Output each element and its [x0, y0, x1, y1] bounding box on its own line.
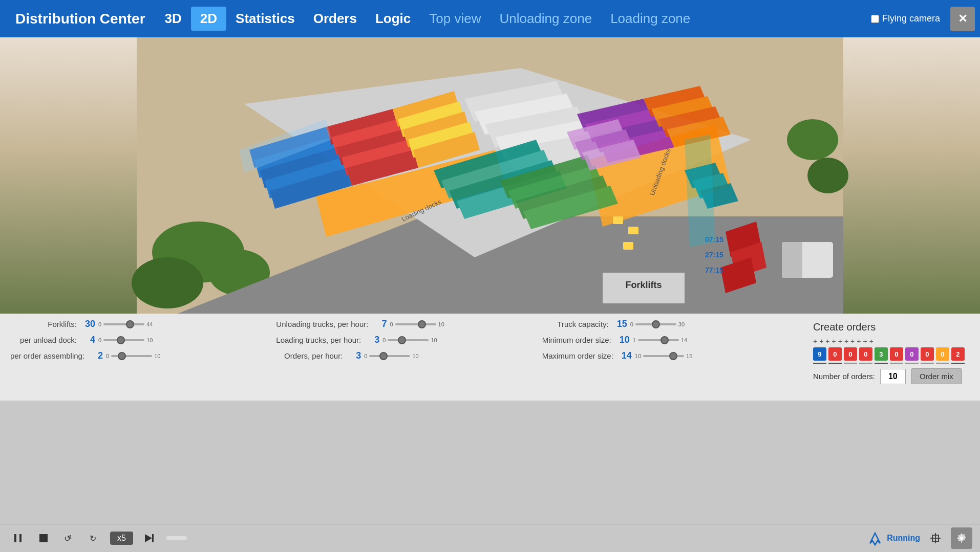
plus-6[interactable]: +: [844, 337, 848, 345]
stop-icon: [38, 533, 49, 544]
flying-camera-checkbox[interactable]: [871, 15, 879, 23]
num-orders-input[interactable]: [880, 369, 906, 384]
speed-button[interactable]: x5: [110, 532, 133, 545]
min-order-slider-container: 1 14: [633, 337, 687, 343]
unloading-trucks-control: Unloading trucks, per hour: 7 0 10: [276, 319, 542, 329]
order-color-box-7[interactable]: 0: [905, 347, 919, 361]
plus-9[interactable]: +: [863, 337, 867, 345]
max-order-value: 14: [616, 350, 632, 361]
minus-dash-4: [859, 363, 872, 364]
unloading-trucks-slider-container: 0 10: [390, 321, 444, 327]
order-color-box-9[interactable]: 0: [936, 347, 949, 361]
plus-10[interactable]: +: [869, 337, 874, 345]
plus-4[interactable]: +: [832, 337, 836, 345]
minus-line-5: [875, 363, 888, 364]
forward-button[interactable]: [138, 528, 159, 548]
per-unload-control: per unload dock: 4 0 10: [10, 335, 276, 345]
per-order-control: per order assembling: 2 0 10: [10, 350, 276, 361]
settings-button[interactable]: [951, 527, 972, 549]
btn-loading[interactable]: Loading zone: [601, 11, 699, 27]
order-minus-row: [813, 363, 965, 364]
crosshair-button[interactable]: [925, 528, 946, 548]
per-order-label: per order assembling:: [10, 351, 84, 360]
max-order-slider-container: 10 15: [635, 353, 693, 359]
plus-8[interactable]: +: [857, 337, 861, 345]
svg-marker-75: [145, 534, 152, 542]
max-order-slider[interactable]: [643, 355, 684, 357]
orders-per-hour-max: 10: [412, 353, 418, 359]
forklifts-slider[interactable]: [103, 323, 144, 325]
running-logo-icon: [867, 531, 883, 546]
truck-capacity-control: Truck capacity: 15 0 30: [542, 319, 808, 329]
min-order-value: 10: [614, 335, 630, 345]
svg-point-4: [787, 119, 838, 160]
min-order-min: 1: [633, 337, 636, 343]
btn-orders[interactable]: Orders: [304, 11, 366, 27]
max-order-control: Maximum order size: 14 10 15: [542, 350, 808, 361]
minus-dash-7: [905, 363, 919, 364]
pause-button[interactable]: [8, 528, 28, 548]
stop-button[interactable]: [33, 528, 54, 548]
svg-text:27:15: 27:15: [705, 251, 723, 259]
per-order-min: 0: [106, 353, 109, 359]
loading-trucks-slider[interactable]: [388, 339, 429, 341]
btn-2d[interactable]: 2D: [191, 7, 226, 31]
step-back-icon: ↺ 1: [63, 532, 75, 544]
plus-1[interactable]: +: [813, 337, 817, 345]
orders-per-hour-min: 0: [364, 353, 367, 359]
forward-icon: [142, 532, 155, 544]
svg-rect-64: [613, 216, 623, 224]
truck-capacity-slider[interactable]: [635, 323, 676, 325]
step-back-button[interactable]: ↺ 1: [59, 528, 79, 548]
truck-capacity-min: 0: [630, 321, 633, 327]
min-order-slider[interactable]: [638, 339, 679, 341]
order-color-box-1[interactable]: 9: [813, 347, 826, 361]
btn-3d[interactable]: 3D: [156, 11, 191, 27]
btn-unloading[interactable]: Unloading zone: [490, 11, 601, 27]
forklifts-control: Forklifts: 30 0 44: [10, 319, 276, 329]
close-button[interactable]: ✕: [950, 7, 975, 31]
order-color-box-6[interactable]: 0: [890, 347, 903, 361]
flying-camera-toggle[interactable]: Flying camera: [871, 13, 940, 24]
order-color-box-3[interactable]: 0: [844, 347, 857, 361]
truck-capacity-max: 30: [678, 321, 685, 327]
loop-button[interactable]: ↻: [84, 528, 105, 548]
minus-dash-3: [844, 363, 857, 364]
svg-point-5: [807, 158, 848, 193]
warehouse-3d-view: Forklifts Loading docks Unloading docks …: [0, 37, 980, 314]
forklifts-label: Forklifts:: [10, 320, 77, 328]
minus-dash-9: [936, 363, 949, 364]
order-color-box-5[interactable]: 3: [875, 347, 888, 361]
order-mix-button[interactable]: Order mix: [911, 368, 962, 384]
plus-5[interactable]: +: [838, 337, 842, 345]
svg-text:Forklifts: Forklifts: [625, 280, 662, 290]
svg-marker-77: [870, 533, 880, 545]
order-color-box-10[interactable]: 2: [951, 347, 965, 361]
per-unload-slider[interactable]: [103, 339, 144, 341]
min-order-max: 14: [681, 337, 687, 343]
svg-text:1: 1: [69, 535, 72, 540]
btn-logic[interactable]: Logic: [366, 11, 420, 27]
btn-statistics[interactable]: Statistics: [226, 11, 304, 27]
svg-marker-68: [685, 135, 715, 247]
order-color-box-8[interactable]: 0: [921, 347, 934, 361]
orders-per-hour-slider[interactable]: [369, 355, 410, 357]
orders-per-hour-slider-container: 0 10: [364, 353, 418, 359]
pause-icon: [12, 532, 24, 544]
controls-col-2: Unloading trucks, per hour: 7 0 10 Loadi…: [276, 319, 542, 361]
order-color-box-2[interactable]: 0: [828, 347, 842, 361]
unloading-trucks-slider[interactable]: [395, 323, 436, 325]
plus-7[interactable]: +: [850, 337, 855, 345]
per-unload-max: 10: [146, 337, 153, 343]
forklifts-value: 30: [80, 319, 95, 329]
order-colors-row: 9000300002: [813, 347, 965, 361]
per-order-slider[interactable]: [111, 355, 152, 357]
minus-line-10: [951, 363, 965, 364]
plus-2[interactable]: +: [819, 337, 823, 345]
per-unload-value: 4: [80, 335, 95, 345]
controls-col-3: Truck capacity: 15 0 30 Minimum order si…: [542, 319, 808, 361]
order-color-box-4[interactable]: 0: [859, 347, 872, 361]
btn-topview[interactable]: Top view: [420, 11, 490, 27]
num-orders-row: Number of orders: Order mix: [813, 368, 965, 384]
plus-3[interactable]: +: [825, 337, 829, 345]
